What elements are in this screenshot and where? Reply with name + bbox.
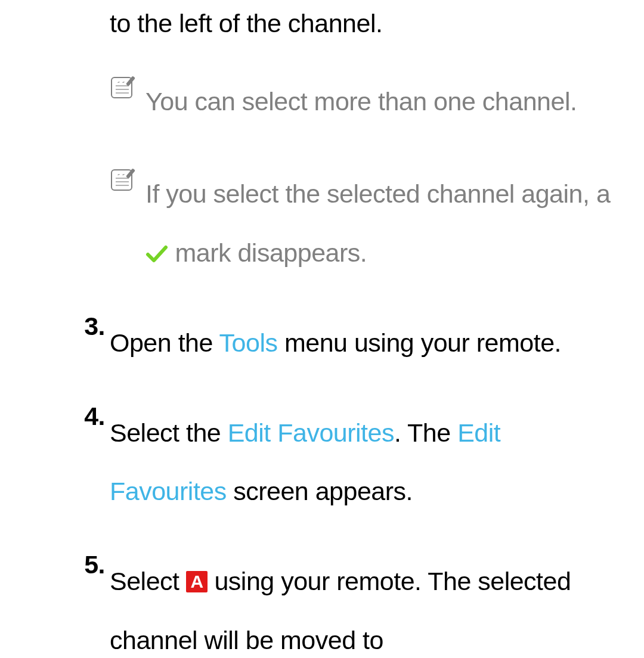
note-2-before: If you select the selected channel again…	[145, 179, 610, 208]
step-3-text: Open the Tools menu using your remote.	[105, 314, 614, 373]
step-5-text: Select A using your remote. The selected…	[105, 552, 614, 658]
step-4-t1: Select the	[110, 418, 228, 447]
note-2: If you select the selected channel again…	[78, 164, 614, 284]
remote-a-button-icon: A	[186, 571, 208, 592]
step-3-t2: menu using your remote.	[277, 328, 561, 357]
note-1-text: You can select more than one channel.	[132, 72, 614, 131]
step-3-number: 3.	[78, 314, 105, 339]
note-2-after: mark disappears.	[168, 238, 367, 267]
note-icon	[111, 77, 132, 98]
note-icon	[111, 169, 132, 191]
step-5-number: 5.	[78, 552, 105, 578]
note-icon-wrap	[105, 164, 132, 191]
step-3: 3. Open the Tools menu using your remote…	[78, 314, 614, 373]
tools-keyword: Tools	[219, 328, 278, 357]
check-icon	[145, 225, 168, 284]
note-2-text: If you select the selected channel again…	[132, 164, 614, 284]
leading-fragment-row: to the left of the channel.	[78, 11, 614, 36]
note-icon-wrap	[105, 72, 132, 98]
manual-page: to the left of the channel. You can sele…	[0, 0, 644, 658]
step-4-number: 4.	[78, 404, 105, 429]
step-5: 5. Select A using your remote. The selec…	[78, 552, 614, 658]
note-1: You can select more than one channel.	[78, 72, 614, 131]
step-3-t1: Open the	[110, 328, 219, 357]
step-4-t2: . The	[394, 418, 457, 447]
step-4: 4. Select the Edit Favourites. The Edit …	[78, 404, 614, 522]
leading-fragment: to the left of the channel.	[105, 11, 614, 36]
step-5-t1: Select	[110, 567, 186, 595]
step-4-text: Select the Edit Favourites. The Edit Fav…	[105, 404, 614, 522]
step-4-t3: screen appears.	[227, 477, 413, 505]
edit-favourites-keyword-1: Edit Favourites	[228, 418, 394, 447]
